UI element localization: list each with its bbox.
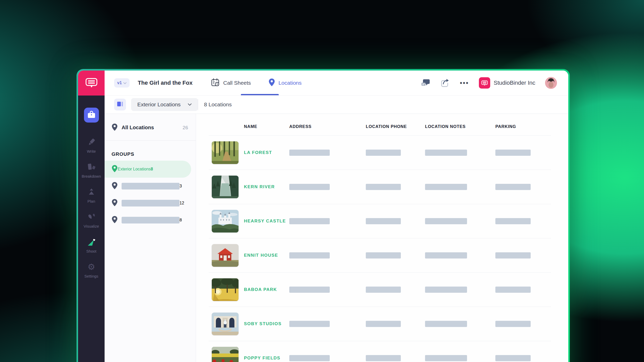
location-thumbnail-studio xyxy=(212,313,239,335)
org-name: StudioBinder Inc xyxy=(494,80,535,86)
location-name: BABOA PARK xyxy=(244,287,289,292)
active-tab-underline xyxy=(241,94,279,95)
address-placeholder xyxy=(289,321,330,327)
version-dropdown[interactable]: v1 xyxy=(114,78,130,88)
sidebar-item-label: Plan xyxy=(87,199,95,203)
address-placeholder xyxy=(289,150,330,156)
group-item-placeholder[interactable]: 12 xyxy=(105,195,196,212)
pen-icon xyxy=(87,137,96,147)
location-thumbnail-poppy-field xyxy=(212,347,239,362)
location-thumbnail-forest xyxy=(212,141,239,164)
gear-icon: ⚙ xyxy=(88,262,95,272)
app-sidebar: Write Breakdown Plan xyxy=(78,96,105,362)
group-item-exterior-locations[interactable]: Exterior Locations 8 xyxy=(105,161,191,178)
all-locations-item[interactable]: All Locations 26 xyxy=(105,118,196,137)
sidebar-item-label: Write xyxy=(87,149,96,153)
table-row[interactable]: KERN RIVER xyxy=(209,170,551,204)
all-locations-count: 26 xyxy=(183,125,188,131)
locations-toolbar: Exterior Locations 8 Locations xyxy=(105,96,568,114)
table-header-row: NAME ADDRESS LOCATION PHONE LOCATION NOT… xyxy=(209,114,551,135)
group-item-count: 3 xyxy=(180,184,182,188)
phone-placeholder xyxy=(366,321,401,327)
topbar: v1 The Girl and the Fox xyxy=(105,71,568,96)
group-item-count: 8 xyxy=(180,218,182,222)
group-item-placeholder[interactable]: 3 xyxy=(105,178,196,195)
location-name: LA FOREST xyxy=(244,150,289,155)
group-item-placeholder[interactable]: 8 xyxy=(105,212,196,229)
studiobinder-logo-block[interactable] xyxy=(78,71,105,96)
share-icon[interactable] xyxy=(440,78,450,88)
phone-placeholder xyxy=(366,184,401,190)
layout-view-icon xyxy=(117,101,123,108)
shapes-icon xyxy=(86,212,97,222)
address-placeholder xyxy=(289,287,330,293)
sidebar-item-settings[interactable]: ⚙ Settings xyxy=(78,258,105,283)
tab-locations[interactable]: Locations xyxy=(268,78,302,88)
sidebar-item-shoot[interactable]: Shoot xyxy=(78,233,105,258)
sidebar-item-label: Visualize xyxy=(84,224,99,228)
sidebar-item-label: Settings xyxy=(84,274,98,278)
chevron-down-icon xyxy=(123,81,126,85)
column-header-location-phone: LOCATION PHONE xyxy=(366,124,425,129)
table-row[interactable]: LA FOREST xyxy=(209,135,551,170)
location-name: POPPY FIELDS xyxy=(244,356,289,361)
location-name: HEARSY CASTLE xyxy=(244,219,289,224)
address-placeholder xyxy=(289,218,330,224)
groups-header: GROUPS xyxy=(112,151,196,157)
org-switcher[interactable]: StudioBinder Inc xyxy=(479,77,535,89)
sidebar-item-visualize[interactable]: Visualize xyxy=(78,208,105,233)
sidebar-item-breakdown[interactable]: Breakdown xyxy=(78,158,105,183)
sidebar-item-write[interactable]: Write xyxy=(78,133,105,158)
parking-placeholder xyxy=(495,321,531,327)
group-name-placeholder xyxy=(122,200,180,206)
studiobinder-app-window: Write Breakdown Plan xyxy=(78,71,568,362)
location-name: SOBY STUDIOS xyxy=(244,321,289,326)
sidebar-item-plan[interactable]: Plan xyxy=(78,183,105,208)
table-row[interactable]: BABOA PARK xyxy=(209,272,551,307)
tab-label: Locations xyxy=(278,80,302,86)
location-thumbnail-red-house xyxy=(212,244,239,267)
studiobinder-logo-icon xyxy=(85,77,98,90)
locations-group-panel: All Locations 26 GROUPS Exterior Locatio… xyxy=(105,114,196,362)
column-header-address: ADDRESS xyxy=(289,124,366,129)
location-pin-icon xyxy=(112,123,118,132)
location-pin-icon xyxy=(268,78,275,88)
group-item-count: 12 xyxy=(180,201,184,205)
location-pin-icon xyxy=(112,182,118,191)
org-logo-icon xyxy=(479,77,490,89)
parking-placeholder xyxy=(495,184,531,190)
table-row[interactable]: SOBY STUDIOS xyxy=(209,307,551,341)
tab-label: Call Sheets xyxy=(223,80,251,86)
group-item-count: 8 xyxy=(151,167,153,171)
table-row[interactable]: POPPY FIELDS xyxy=(209,341,551,362)
location-thumbnail-castle xyxy=(212,210,239,232)
more-options-icon[interactable]: ••• xyxy=(460,79,469,87)
location-thumbnail-river xyxy=(212,176,239,198)
location-name: KERN RIVER xyxy=(244,184,289,189)
triangles-icon xyxy=(87,187,96,197)
call-sheets-calendar-icon xyxy=(211,78,220,88)
table-row[interactable]: ENNIT HOUSE xyxy=(209,238,551,272)
topbar-actions: ••• StudioBinder Inc xyxy=(421,77,557,89)
comments-icon[interactable] xyxy=(421,79,430,87)
panel-divider xyxy=(105,140,196,141)
shoot-cone-icon xyxy=(86,237,97,247)
content-area: All Locations 26 GROUPS Exterior Locatio… xyxy=(105,114,568,362)
parking-placeholder xyxy=(495,252,531,258)
user-avatar[interactable] xyxy=(545,77,557,89)
group-selector-dropdown[interactable]: Exterior Locations xyxy=(131,98,198,111)
phone-placeholder xyxy=(366,355,401,361)
project-button[interactable] xyxy=(84,108,99,123)
sidebar-item-label: Breakdown xyxy=(82,174,101,178)
app-window-frame: Write Breakdown Plan xyxy=(77,69,570,362)
column-header-location-notes: LOCATION NOTES xyxy=(425,124,495,129)
view-toggle-button[interactable] xyxy=(114,99,126,110)
group-name-placeholder xyxy=(122,183,180,189)
tab-call-sheets[interactable]: Call Sheets xyxy=(211,78,251,88)
notes-placeholder xyxy=(425,355,467,361)
table-row[interactable]: HEARSY CASTLE xyxy=(209,204,551,238)
parking-placeholder xyxy=(495,218,531,224)
notes-placeholder xyxy=(425,184,467,190)
notes-placeholder xyxy=(425,150,467,156)
address-placeholder xyxy=(289,184,330,190)
